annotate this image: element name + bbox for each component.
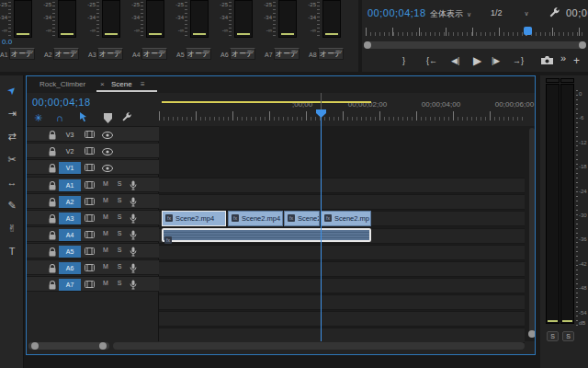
track-content-a6[interactable] bbox=[159, 311, 525, 327]
solo-button[interactable]: S bbox=[115, 197, 124, 203]
solo-button[interactable]: S bbox=[115, 280, 124, 286]
scrollbar-right-handle[interactable] bbox=[579, 41, 586, 49]
track-header-scrollbar[interactable] bbox=[28, 342, 109, 350]
pen-tool[interactable]: ✎ bbox=[3, 196, 21, 214]
channel-device-select[interactable]: オーデ bbox=[97, 48, 123, 60]
razor-tool[interactable]: ✂ bbox=[3, 150, 21, 168]
audio-clip[interactable]: fx bbox=[162, 228, 371, 242]
program-scrollbar[interactable] bbox=[364, 41, 586, 49]
track-target-a5[interactable]: A5 bbox=[59, 246, 81, 258]
track-content-a2[interactable] bbox=[159, 245, 525, 260]
solo-button[interactable]: S bbox=[115, 180, 124, 187]
program-timecode[interactable]: 00;00;04;18 bbox=[368, 7, 426, 18]
voiceover-mic-icon[interactable] bbox=[130, 247, 137, 257]
solo-left-button[interactable]: S bbox=[547, 331, 559, 341]
track-content-v3[interactable] bbox=[159, 178, 525, 193]
track-lock-icon[interactable] bbox=[49, 231, 56, 240]
channel-device-select[interactable]: オーデ bbox=[274, 48, 300, 60]
video-clip[interactable]: fxScene2. bbox=[284, 211, 320, 226]
track-target-v1[interactable]: V1 bbox=[59, 162, 81, 174]
track-content-a5[interactable] bbox=[159, 294, 525, 310]
mute-button[interactable]: M bbox=[101, 230, 110, 236]
track-content-v2[interactable] bbox=[159, 194, 525, 210]
channel-device-select[interactable]: オーデ bbox=[230, 48, 255, 60]
playback-resolution-select[interactable]: 1/2∨ bbox=[491, 8, 529, 17]
zoom-level-select[interactable]: 全体表示∨ bbox=[430, 8, 471, 20]
video-clip[interactable]: fxScene2.mp4 bbox=[162, 211, 226, 226]
track-target-a7[interactable]: A7 bbox=[59, 279, 81, 291]
close-icon[interactable]: × bbox=[100, 80, 105, 88]
track-lock-icon[interactable] bbox=[49, 198, 56, 207]
voiceover-mic-icon[interactable] bbox=[130, 213, 137, 224]
sync-lock-icon[interactable] bbox=[85, 264, 95, 271]
settings-wrench-icon[interactable] bbox=[548, 6, 560, 19]
video-clip[interactable]: fxScene2.mp4 bbox=[228, 211, 283, 226]
sync-lock-icon[interactable] bbox=[85, 131, 95, 138]
snap-magnet-icon[interactable]: ∩ bbox=[56, 111, 63, 124]
timeline-timecode[interactable]: 00;00;04;18 bbox=[32, 97, 91, 108]
toggle-track-output-eye-icon[interactable] bbox=[102, 165, 113, 172]
solo-right-button[interactable]: S bbox=[562, 331, 574, 341]
scrollbar-handle[interactable] bbox=[528, 330, 536, 338]
sync-lock-icon[interactable] bbox=[85, 247, 95, 255]
solo-button[interactable]: S bbox=[115, 213, 124, 220]
fx-badge-icon[interactable]: fx bbox=[324, 214, 332, 222]
mark-out-button[interactable]: } bbox=[402, 53, 405, 68]
toggle-track-output-eye-icon[interactable] bbox=[102, 148, 113, 155]
ripple-edit-tool[interactable]: ⇄ bbox=[3, 127, 21, 145]
solo-button[interactable]: S bbox=[115, 247, 124, 253]
mute-button[interactable]: M bbox=[101, 197, 110, 203]
fx-badge-icon[interactable]: fx bbox=[232, 214, 239, 222]
track-target-a1[interactable]: A1 bbox=[59, 179, 81, 191]
selection-tool[interactable]: ➤ bbox=[3, 81, 21, 99]
channel-device-select[interactable]: オーデ bbox=[186, 48, 211, 60]
video-clip[interactable]: fxScene2.mp bbox=[321, 211, 371, 226]
program-playhead-marker[interactable] bbox=[524, 27, 532, 35]
timeline-vertical-scrollbar[interactable] bbox=[529, 128, 535, 338]
go-to-in-button[interactable]: {← bbox=[426, 53, 437, 68]
track-lock-icon[interactable] bbox=[49, 247, 56, 257]
track-lock-icon[interactable] bbox=[49, 264, 56, 273]
work-area-bar[interactable] bbox=[162, 101, 371, 103]
voiceover-mic-icon[interactable] bbox=[130, 280, 137, 290]
nest-sequence-icon[interactable]: ✳ bbox=[34, 111, 42, 124]
mute-button[interactable]: M bbox=[101, 263, 110, 270]
more-options-button[interactable]: » bbox=[560, 51, 566, 65]
voiceover-mic-icon[interactable] bbox=[130, 230, 137, 240]
timeline-horizontal-scrollbar[interactable] bbox=[113, 342, 525, 350]
track-lock-icon[interactable] bbox=[49, 181, 56, 190]
track-lock-icon[interactable] bbox=[49, 147, 56, 156]
linked-selection-icon[interactable] bbox=[78, 111, 89, 124]
mute-button[interactable]: M bbox=[101, 213, 110, 220]
track-lock-icon[interactable] bbox=[49, 131, 56, 140]
sync-lock-icon[interactable] bbox=[85, 181, 95, 189]
track-target-a4[interactable]: A4 bbox=[59, 229, 81, 241]
tab-rock-climber[interactable]: Rock_Climber bbox=[40, 80, 85, 88]
track-select-forward-tool[interactable]: ⇥ bbox=[3, 104, 21, 122]
sync-lock-icon[interactable] bbox=[85, 231, 95, 238]
channel-device-select[interactable]: オーデ bbox=[9, 48, 35, 60]
play-button[interactable]: ▶ bbox=[473, 53, 481, 68]
track-lock-icon[interactable] bbox=[49, 214, 56, 224]
channel-device-select[interactable]: オーデ bbox=[141, 48, 167, 60]
go-to-out-button[interactable]: →} bbox=[513, 53, 524, 68]
track-target-a3[interactable]: A3 bbox=[59, 213, 81, 224]
slip-tool[interactable]: ↔ bbox=[3, 173, 21, 191]
mute-button[interactable]: M bbox=[101, 180, 110, 187]
add-marker-icon[interactable] bbox=[104, 113, 112, 126]
panel-menu-icon[interactable]: ≡ bbox=[141, 80, 145, 88]
track-target-v2[interactable]: V2 bbox=[59, 145, 81, 157]
sync-lock-icon[interactable] bbox=[85, 214, 95, 222]
scrollbar-left-handle[interactable] bbox=[364, 41, 371, 49]
track-lock-icon[interactable] bbox=[49, 164, 56, 173]
step-back-button[interactable]: ◀| bbox=[451, 53, 459, 68]
fx-badge-icon[interactable]: fx bbox=[165, 214, 173, 222]
track-content-a3[interactable] bbox=[159, 261, 525, 277]
hand-tool[interactable]: ✌ bbox=[3, 219, 21, 237]
step-forward-button[interactable]: |▶ bbox=[492, 53, 500, 68]
export-frame-camera-icon[interactable] bbox=[540, 55, 554, 70]
track-content-a4[interactable] bbox=[159, 278, 525, 293]
channel-device-select[interactable]: オーデ bbox=[318, 48, 344, 60]
voiceover-mic-icon[interactable] bbox=[130, 197, 137, 207]
add-button[interactable]: + bbox=[573, 53, 580, 68]
